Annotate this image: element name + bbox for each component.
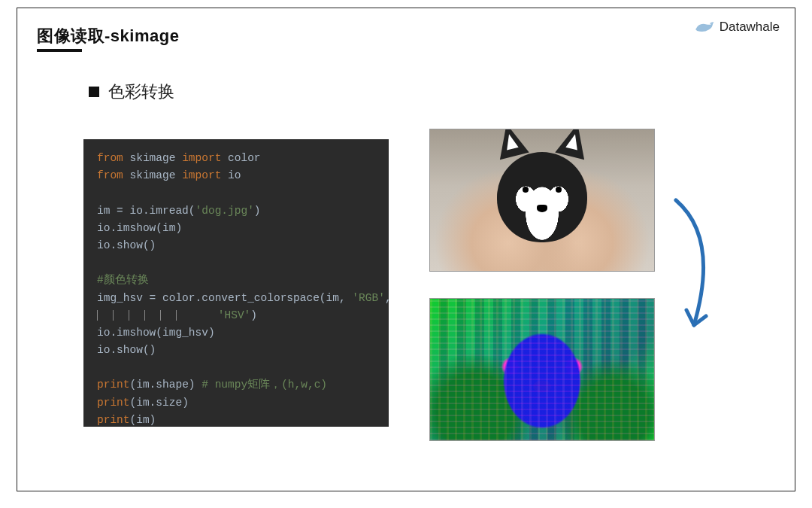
code-token: img_hsv = color.convert_colorspace(im, [97, 292, 352, 304]
code-kw: import [182, 169, 221, 181]
code-kw: from [97, 152, 123, 164]
whale-icon [694, 19, 715, 35]
code-kw: import [182, 152, 221, 164]
dog-nose-icon [537, 205, 547, 212]
subtitle-text: 色彩转换 [108, 81, 174, 103]
code-string: 'HSV' [218, 309, 251, 321]
code-string: 'RGB' [352, 292, 385, 304]
code-token: ) [250, 309, 257, 321]
slide-subtitle: 色彩转换 [89, 81, 174, 103]
code-token: io [228, 169, 241, 181]
image-original-rgb [429, 129, 655, 272]
slide-frame: Datawhale 图像读取-skimage 色彩转换 from skimage… [17, 8, 795, 491]
caret-icon [160, 310, 161, 321]
caret-icon [97, 310, 98, 321]
code-token: (im.size) [130, 397, 189, 409]
square-bullet-icon [89, 87, 99, 97]
arrow-down-curve-icon [661, 193, 721, 343]
code-token: , [385, 292, 389, 304]
caret-icon [113, 310, 114, 321]
brand-logo: Datawhale [694, 19, 780, 35]
code-token: skimage [130, 169, 176, 181]
dog-eye-icon [556, 187, 562, 193]
dog-ear-icon [555, 129, 592, 160]
dog-eye-icon [523, 187, 529, 193]
title-underline [37, 49, 82, 52]
caret-icon [144, 310, 145, 321]
dog-face-illustration [489, 144, 595, 250]
code-block: from skimage import color from skimage i… [83, 139, 389, 427]
slide-title: 图像读取-skimage [37, 25, 179, 47]
code-token: io.imshow(im) [97, 222, 182, 234]
caret-icon [176, 310, 177, 321]
code-kw: print [97, 379, 130, 391]
code-token: (im.shape) [130, 379, 202, 391]
code-kw: print [97, 414, 130, 426]
code-token: im = io.imread( [97, 205, 195, 217]
code-token: io.show() [97, 344, 156, 356]
code-token: (im) [130, 414, 156, 426]
image-hsv-converted [429, 298, 655, 441]
hsv-noise-overlay [430, 299, 654, 440]
brand-name: Datawhale [720, 20, 780, 35]
code-kw: from [97, 169, 123, 181]
dog-head-icon [497, 152, 587, 242]
code-comment: # numpy矩阵，(h,w,c) [201, 379, 327, 391]
code-token: io.imshow(img_hsv) [97, 327, 215, 339]
caret-icon [129, 310, 129, 321]
code-token: io.show() [97, 239, 156, 251]
code-comment: #颜色转换 [97, 274, 149, 286]
code-token: skimage [130, 152, 176, 164]
code-token: color [228, 152, 261, 164]
code-token: ) [254, 205, 261, 217]
code-kw: print [97, 397, 130, 409]
code-string: 'dog.jpg' [195, 205, 254, 217]
